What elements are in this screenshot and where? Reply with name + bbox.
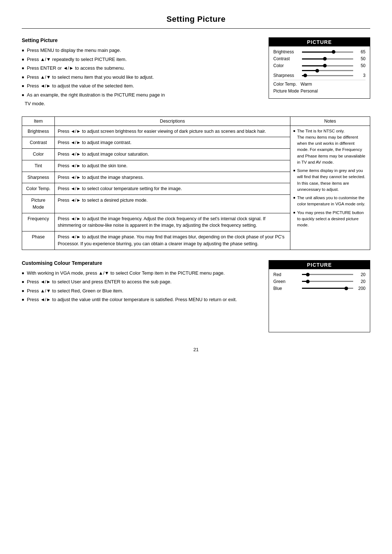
picture-header-2: PICTURE — [269, 260, 370, 269]
item-frequency: Frequency — [22, 213, 55, 231]
bullet-1: Press MENU to display the menu main page… — [22, 47, 258, 54]
col-descriptions: Descriptions — [55, 116, 290, 126]
blue-slider — [302, 288, 353, 289]
bottom-section: Customising Colour Temperature With work… — [22, 260, 370, 332]
green-label: Green — [273, 279, 301, 284]
color-row: Color 50 — [273, 63, 366, 68]
picture-mode-value: Personal — [301, 89, 318, 94]
custom-bullet-1: With working in VGA mode, press ▲/▼ to s… — [22, 270, 258, 277]
green-row: Green 20 — [273, 279, 366, 284]
customising-heading: Customising Colour Temperature — [22, 260, 258, 266]
picture-divider — [273, 80, 366, 80]
sharpness-slider — [302, 75, 353, 76]
blue-row: Blue 200 — [273, 286, 366, 291]
bullet-3: Press ENTER or ◄/► to access the submenu… — [22, 65, 258, 72]
item-sharpness: Sharpness — [22, 172, 55, 183]
color-temp-row: Color Temp. Warm — [273, 82, 366, 87]
tint-slider-row — [273, 70, 366, 71]
title-divider — [22, 28, 370, 29]
color-label: Color — [273, 63, 301, 68]
picture-body-2: Red 20 Green 20 — [269, 269, 370, 332]
item-colortemp: Color Temp. — [22, 183, 55, 195]
picture-mode-row: Picture Mode Personal — [273, 89, 366, 94]
desc-phase: Press ◄/► to adjust the image phase. You… — [55, 231, 290, 250]
note-4: You may press the PICTURE button to quic… — [293, 210, 367, 229]
item-picturemode: Picture Mode — [22, 195, 55, 213]
bullet-6b: TV mode. — [22, 100, 258, 107]
note-3: The unit allows you to customise the col… — [293, 195, 367, 208]
item-brightness: Brightness — [22, 126, 55, 137]
table-header-row: Item Descriptions Notes — [22, 116, 370, 126]
bullet-4: Press ▲/▼ to select menu item that you w… — [22, 74, 258, 81]
contrast-slider — [302, 58, 353, 59]
picture-body-1: Brightness 65 Contrast 50 — [269, 46, 370, 98]
color-value: 50 — [355, 63, 366, 68]
item-phase: Phase — [22, 231, 55, 250]
red-label: Red — [273, 272, 301, 277]
color-temp-value: Warm — [301, 82, 312, 87]
desc-picturemode: Press ◄/► to select a desired picture mo… — [55, 195, 290, 213]
desc-tint: Press ◄/► to adjust the skin tone. — [55, 160, 290, 172]
red-row: Red 20 — [273, 272, 366, 277]
bullet-6: As an example, the right illustration is… — [22, 91, 258, 99]
page-title: Setting Picture — [22, 15, 370, 24]
col-notes: Notes — [290, 116, 370, 126]
contrast-row: Contrast 50 — [273, 56, 366, 61]
brightness-label: Brightness — [273, 49, 301, 54]
red-slider — [302, 274, 353, 275]
custom-bullet-3: Press ▲/▼ to select Red, Green or Blue i… — [22, 287, 258, 295]
desc-colortemp: Press ◄/► to select colour temperature s… — [55, 183, 290, 195]
col-item: Item — [22, 116, 55, 126]
color-slider — [302, 65, 353, 66]
table-row: Brightness Press ◄/► to adjust screen br… — [22, 126, 370, 137]
sharpness-label: Sharpness — [273, 73, 301, 78]
desc-brightness: Press ◄/► to adjust screen brightness fo… — [55, 126, 290, 137]
bottom-left: Customising Colour Temperature With work… — [22, 260, 258, 332]
item-contrast: Contrast — [22, 137, 55, 149]
setting-bullets: Press MENU to display the menu main page… — [22, 47, 258, 107]
blue-value: 200 — [355, 286, 366, 291]
picture-header-1: PICTURE — [269, 38, 370, 46]
brightness-row: Brightness 65 — [273, 49, 366, 54]
desc-frequency: Press ◄/► to adjust the image frequency.… — [55, 213, 290, 231]
picture-box-2: PICTURE Red 20 Green — [269, 260, 370, 332]
blue-label: Blue — [273, 286, 301, 291]
top-left: Setting Picture Press MENU to display th… — [22, 37, 258, 109]
color-temp-label: Color Temp. — [273, 82, 301, 87]
contrast-label: Contrast — [273, 56, 301, 61]
green-value: 20 — [355, 279, 366, 284]
contrast-value: 50 — [355, 56, 366, 61]
custom-bullet-2: Press ◄/► to select User and press ENTER… — [22, 278, 258, 286]
sharpness-value: 3 — [355, 73, 366, 78]
desc-contrast: Press ◄/► to adjust image contrast. — [55, 137, 290, 149]
desc-sharpness: Press ◄/► to adjust the image sharpness. — [55, 172, 290, 183]
picture-mode-label: Picture Mode — [273, 89, 301, 94]
bullet-5: Press ◄/► to adjust the value of the sel… — [22, 82, 258, 90]
green-slider — [302, 281, 353, 282]
brightness-value: 65 — [355, 49, 366, 54]
picture-panel-1: PICTURE Brightness 65 Contrast — [269, 37, 370, 99]
picture-panel-2: PICTURE Red 20 Green — [269, 260, 370, 332]
sharpness-row: Sharpness 3 — [273, 73, 366, 78]
item-color: Color — [22, 149, 55, 160]
custom-bullet-4: Press ◄/► to adjust the value until the … — [22, 296, 258, 303]
note-1: The Tint is for NTSC only.The menu items… — [293, 128, 367, 166]
page-number: 21 — [22, 347, 370, 352]
picture-box-1: PICTURE Brightness 65 Contrast — [269, 37, 370, 109]
customising-bullets: With working in VGA mode, press ▲/▼ to s… — [22, 270, 258, 303]
desc-color: Press ◄/► to adjust image colour saturat… — [55, 149, 290, 160]
notes-col: The Tint is for NTSC only.The menu items… — [290, 126, 370, 250]
main-table: Item Descriptions Notes Brightness Press… — [22, 116, 370, 250]
brightness-slider — [302, 52, 353, 53]
top-section: Setting Picture Press MENU to display th… — [22, 37, 370, 109]
bullet-2: Press ▲/▼ repeatedly to select PICTURE i… — [22, 56, 258, 63]
tint-slider — [302, 70, 353, 71]
red-value: 20 — [355, 272, 366, 277]
item-tint: Tint — [22, 160, 55, 172]
setting-picture-heading: Setting Picture — [22, 37, 258, 43]
note-2: Some items display in grey and you will … — [293, 168, 367, 193]
